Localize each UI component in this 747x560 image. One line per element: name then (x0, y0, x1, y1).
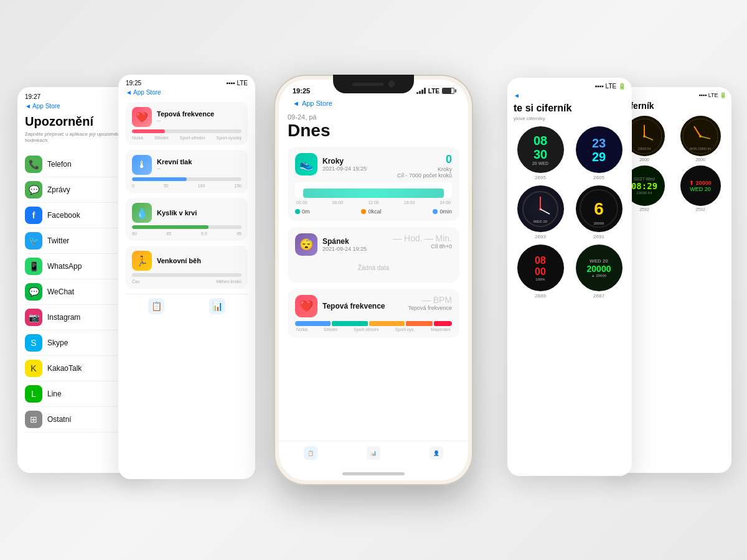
battery-icon (442, 88, 454, 94)
steps-calories: 0kcal (361, 208, 381, 215)
wf-item-1[interactable]: 08 30 20 WED 2695 (514, 126, 567, 180)
steps-card-header: 👟 Kroky 2021-09-24 19:25 0 Kroky Cíl - 7… (295, 153, 452, 179)
phone-notch (333, 75, 414, 93)
fr-item-4[interactable]: ⬆ 20000 WED 20 2592 (674, 166, 726, 212)
wf-face-1: 08 30 20 WED (517, 126, 564, 173)
app-name: Ostatní (47, 415, 72, 424)
today-header: 09-24, pá Dnes (288, 111, 459, 147)
metric-name: Venkovní běh (157, 257, 201, 264)
metric-tab-1[interactable]: 📋 (148, 298, 164, 314)
phone-vol-down-button[interactable] (274, 224, 275, 255)
heart-title-group: Tepová frekvence (322, 302, 385, 310)
metric-name-group: Venkovní běh (157, 257, 201, 264)
metric-item[interactable]: 🌡 Krevní tlak -- 050100150 (126, 150, 248, 193)
heart-title: Tepová frekvence (322, 302, 385, 310)
metric-bottom-bar: 📋 📊 (126, 294, 248, 318)
heart-bpm: — BPM (422, 295, 452, 305)
wf-back[interactable]: ◄ (514, 92, 626, 99)
wf-item-2[interactable]: 23 29 2605 (572, 126, 626, 180)
wf-item-4[interactable]: 6 20000 2691 (572, 185, 626, 240)
app-scene: 19:27 ▪▪▪▪ LTE ◄ App Store Upozornění Za… (0, 0, 747, 560)
steps-card: 👟 Kroky 2021-09-24 19:25 0 Kroky Cíl - 7… (288, 147, 459, 221)
status-icons: LTE (416, 88, 454, 95)
fr-status: ▪▪▪▪ LTE 🔋 (618, 92, 726, 98)
svg-line-3 (540, 209, 550, 214)
app-icon: 📷 (25, 309, 42, 326)
metric-item[interactable]: 🏃 Venkovní běh ČasMěření kroků (126, 246, 248, 289)
phone-power-button[interactable] (472, 187, 473, 230)
time-dot (433, 209, 438, 214)
metric-item[interactable]: ❤️ Tepová frekvence -- NízkáStředníSport… (126, 102, 248, 145)
fr-item-2[interactable]: MON 23800 64 2600 (674, 116, 726, 162)
metric-tab-2[interactable]: 📊 (209, 298, 225, 314)
app-name: Instagram (47, 313, 80, 322)
metric-value: -- (157, 118, 214, 124)
phone-vol-up-button[interactable] (274, 187, 275, 218)
heart-bar-labels: NízkáStředníSport-středníSport-vys.Maxim… (295, 327, 452, 332)
sleep-date: 2021-09-24 19:25 (322, 246, 367, 252)
wf-item-6[interactable]: WED 20 20000 ▲ 20000 2687 (572, 245, 626, 299)
steps-distance: 0m (295, 208, 310, 215)
app-icon: ⊞ (25, 411, 42, 428)
metric-header: 💧 Kyslík v krvi (132, 203, 242, 223)
heart-card: ❤️ Tepová frekvence — BPM Tepová frekven… (288, 289, 459, 338)
sleep-title: Spánek (322, 237, 367, 246)
main-time: 19:25 (293, 87, 310, 95)
wf-number-6: 2687 (572, 293, 626, 299)
app-icon: 💬 (25, 283, 42, 301)
steps-title: Kroky (322, 157, 367, 166)
tab-dashboard[interactable]: 📋 (304, 446, 317, 461)
wf-number-2: 2605 (572, 175, 626, 180)
wf-item-5[interactable]: 08 00 100% 2689 (514, 245, 567, 299)
steps-value-group: 0 Kroky Cíl - 7000 počet kroků (397, 153, 452, 179)
cl-nav[interactable]: ◄ App Store (126, 89, 248, 96)
wf-number-1: 2695 (514, 175, 567, 180)
health-metrics-screen: 19:25 ▪▪▪▪ LTE ◄ App Store ❤️ Tepová fre… (118, 75, 255, 479)
sleep-title-group: Spánek 2021-09-24 19:25 (322, 237, 367, 252)
heart-card-header: ❤️ Tepová frekvence — BPM Tepová frekven… (295, 295, 452, 317)
tab-chart[interactable]: 📊 (367, 446, 380, 461)
steps-chart-fill (303, 189, 444, 198)
metric-name-group: Krevní tlak -- (157, 158, 192, 172)
phone-camera (388, 81, 395, 87)
today-title: Dnes (288, 121, 459, 141)
phone-speaker (352, 83, 383, 86)
wf-signal: ▪▪▪▪ LTE 🔋 (595, 83, 626, 90)
tab-profile[interactable]: 👤 (430, 446, 443, 461)
fr-signal: ▪▪▪▪ LTE 🔋 (698, 92, 726, 98)
svg-text:23800 64: 23800 64 (638, 147, 651, 151)
metric-item[interactable]: 💧 Kyslík v krvi 80859.095 (126, 198, 248, 241)
today-date: 09-24, pá (288, 113, 459, 121)
back-arrow: ◄ (293, 100, 299, 107)
wf-number-4: 2691 (572, 234, 626, 240)
app-name: Zprávy (47, 185, 70, 194)
battery-fill (443, 88, 451, 93)
left-time: 19:27 (25, 93, 40, 100)
home-indicator[interactable] (342, 472, 405, 475)
chart-tab-icon: 📊 (367, 446, 380, 460)
metric-name-group: Tepová frekvence -- (157, 110, 214, 124)
app-name: Line (47, 390, 62, 398)
heart-icon: ❤️ (295, 295, 317, 317)
svg-text:20000: 20000 (593, 222, 604, 225)
phone-screen: 19:25 LTE ◄ App Store 09-24, pá (279, 80, 468, 480)
app-icon: f (25, 207, 42, 224)
metric-header: 🏃 Venkovní běh (132, 251, 242, 271)
steps-icon: 👟 (295, 153, 317, 175)
metric-name-group: Kyslík v krvi (157, 209, 197, 217)
metric-bar-fill (132, 129, 165, 133)
wf-item-3[interactable]: WED 20 2693 (514, 185, 567, 240)
steps-chart-labels: 00:0008:0012:0018:0024:00 (295, 200, 452, 205)
heart-subtitle: Tepová frekvence (408, 305, 452, 311)
metric-bar (132, 177, 242, 181)
metric-icon: 🏃 (132, 251, 152, 271)
steps-unit: Kroky (397, 166, 452, 172)
watch-faces-screen: ▪▪▪▪ LTE 🔋 ◄ te si ciferník ylové cifern… (507, 78, 632, 476)
heart-icon-title: ❤️ Tepová frekvence (295, 295, 385, 317)
metrics-list: ❤️ Tepová frekvence -- NízkáStředníSport… (126, 102, 248, 289)
app-icon: 🐦 (25, 232, 42, 250)
metric-bar (132, 129, 242, 133)
dashboard-tab-icon: 📋 (304, 446, 317, 460)
phone-silent-button[interactable] (274, 162, 275, 180)
main-nav-bar[interactable]: ◄ App Store (279, 97, 468, 111)
